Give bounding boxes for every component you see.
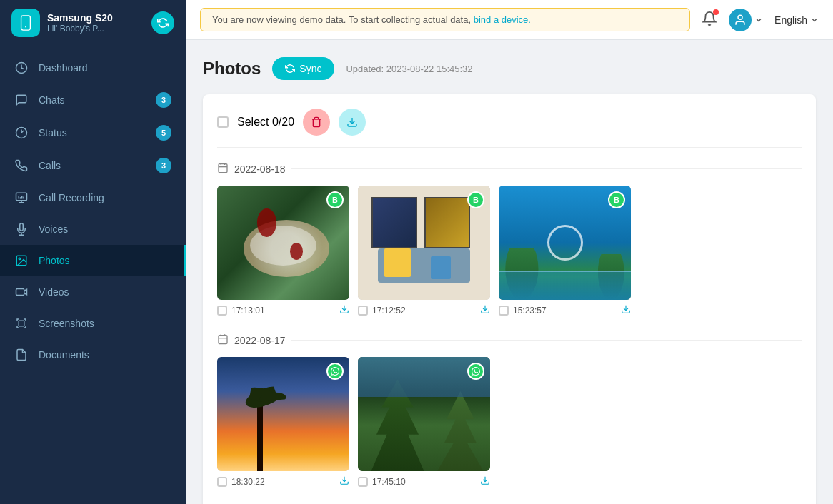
app-badge: B [326,191,344,208]
photo-thumbnail [217,357,349,471]
photos-grid: B 17:13:01 [217,186,802,316]
user-avatar-button[interactable] [729,9,763,31]
photo-footer: 17:13:01 [217,304,349,316]
select-label: Select 0/20 [237,116,294,128]
date-header: 2022-08-17 [217,333,802,347]
sidebar-item-label: Status [39,127,146,138]
topbar-right: English [702,9,819,31]
svg-rect-0 [21,16,31,30]
calendar-icon [217,162,229,176]
screenshots-icon [14,316,29,331]
avatar [729,9,752,31]
svg-point-1 [25,26,26,28]
photos-grid: 18:30:22 [217,357,802,488]
photo-download-button[interactable] [621,304,631,316]
language-label: English [774,14,807,26]
photo-select-checkbox[interactable] [217,306,227,316]
sidebar-item-label: Dashboard [39,62,171,74]
sidebar-item-label: Calls [39,160,146,171]
photo-footer: 15:23:57 [499,304,631,316]
date-label: 2022-08-18 [234,163,286,175]
documents-icon [14,348,29,362]
download-button[interactable] [339,109,366,136]
photo-download-button[interactable] [480,475,490,488]
sidebar-item-call-recording[interactable]: Call Recording [0,182,186,213]
photo-select-checkbox[interactable] [358,306,368,316]
sidebar-item-chats[interactable]: Chats 3 [0,84,186,116]
sidebar-item-photos[interactable]: Photos [0,245,186,276]
bind-device-link[interactable]: bind a device. [474,14,531,25]
videos-icon [14,285,29,299]
date-divider [291,340,802,341]
circle-overlay [547,225,583,261]
select-all-checkbox[interactable] [217,116,229,128]
sidebar-item-label: Call Recording [39,192,171,203]
date-label: 2022-08-17 [234,335,286,346]
sidebar-item-videos[interactable]: Videos [0,276,186,308]
sidebar-item-documents[interactable]: Documents [0,339,186,371]
sidebar-item-label: Documents [39,349,171,361]
photo-download-button[interactable] [339,475,349,488]
content-area: Photos Sync Updated: 2023-08-22 15:45:32… [186,40,833,504]
demo-text: You are now viewing demo data. To start … [212,14,471,25]
trash-icon [311,116,322,128]
photo-footer: 18:30:22 [217,475,349,488]
photo-select-checkbox[interactable] [499,306,509,316]
photo-select-checkbox[interactable] [358,477,368,487]
photo-thumbnail [358,357,490,471]
sidebar-item-screenshots[interactable]: Screenshots [0,308,186,339]
device-info: Samsung S20 Lil' Bobby's P... [47,12,144,34]
svg-rect-16 [219,164,227,173]
date-section-2022-08-17: 2022-08-17 [217,333,802,488]
app-badge: B [467,191,484,208]
photo-download-button[interactable] [480,304,490,316]
photo-footer: 17:12:52 [358,304,490,316]
device-sub: Lil' Bobby's P... [47,24,144,34]
svg-rect-13 [19,321,24,326]
photo-footer: 17:45:10 [358,475,490,488]
date-section-2022-08-18: 2022-08-18 [217,162,802,316]
page-header: Photos Sync Updated: 2023-08-22 15:45:32 [203,57,816,80]
photo-item: 17:45:10 [358,357,490,488]
select-bar: Select 0/20 [217,109,802,148]
delete-button[interactable] [303,109,330,136]
device-name: Samsung S20 [47,12,144,24]
sidebar-header: Samsung S20 Lil' Bobby's P... [0,0,186,46]
svg-rect-12 [16,289,24,296]
sidebar-item-voices[interactable]: Voices [0,213,186,245]
photo-item: B 15:23:57 [499,186,631,316]
date-divider [291,168,802,169]
page-title: Photos [203,59,261,79]
photo-timestamp: 17:45:10 [372,477,476,487]
language-selector[interactable]: English [774,14,819,26]
photo-thumbnail: B [499,186,631,300]
sidebar-item-label: Photos [39,255,169,266]
sync-button[interactable]: Sync [272,57,334,80]
topbar: You are now viewing demo data. To start … [186,0,833,40]
sidebar-item-label: Voices [39,223,171,235]
photo-download-button[interactable] [339,304,349,316]
svg-point-14 [738,15,742,19]
status-badge: 5 [156,125,171,141]
calendar-icon [217,333,229,347]
sidebar-navigation: Dashboard Chats 3 Status 5 Calls 3 [0,46,186,504]
sync-label: Sync [299,63,321,74]
notification-button[interactable] [702,11,717,29]
photo-timestamp: 15:23:57 [513,306,617,316]
sidebar-item-label: Screenshots [39,318,171,329]
calls-badge: 3 [156,158,171,173]
avatar-chevron-icon [754,16,763,24]
header-sync-button[interactable] [151,11,174,34]
download-icon [346,116,358,128]
sidebar-item-status[interactable]: Status 5 [0,116,186,149]
app-badge: B [608,191,625,208]
sidebar-item-calls[interactable]: Calls 3 [0,149,186,182]
photo-item: B 17:13:01 [217,186,349,316]
photo-thumbnail: B [217,186,349,300]
sidebar-item-dashboard[interactable]: Dashboard [0,52,186,84]
photo-thumbnail: B [358,186,490,300]
photo-select-checkbox[interactable] [217,477,227,487]
demo-banner: You are now viewing demo data. To start … [200,8,690,31]
updated-timestamp: Updated: 2023-08-22 15:45:32 [346,64,472,74]
photos-panel: Select 0/20 2022-08-18 [203,94,816,504]
